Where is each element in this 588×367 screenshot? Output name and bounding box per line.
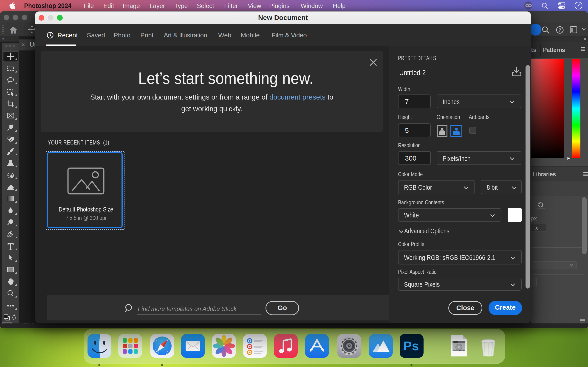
- svg-text:?: ?: [558, 27, 561, 33]
- svg-text:Ps: Ps: [403, 339, 419, 353]
